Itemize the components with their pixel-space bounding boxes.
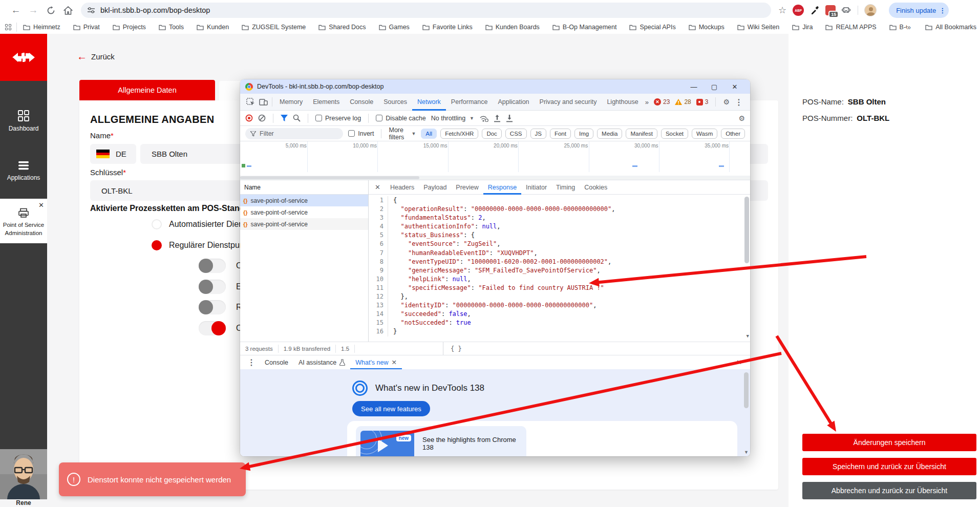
sidebar-item-dashboard[interactable]: Dashboard	[0, 104, 47, 137]
site-settings-icon[interactable]	[87, 7, 95, 14]
type-filter-socket[interactable]: Socket	[661, 129, 688, 139]
devtools-settings-icon[interactable]: ⚙	[723, 98, 730, 106]
detail-tab-preview[interactable]: Preview	[451, 180, 483, 195]
devtools-menu-icon[interactable]: ⋮	[735, 97, 743, 107]
back-link[interactable]: ← Zurück	[77, 51, 115, 62]
bookmark-folder[interactable]: Shared Docs	[318, 24, 366, 31]
inspect-element-icon[interactable]	[246, 98, 255, 106]
radio-option[interactable]: Regulärer Dienstpunkt	[152, 240, 250, 250]
detail-tab-cookies[interactable]: Cookies	[580, 180, 612, 195]
url-bar[interactable]: bkl-int.sbb.b-op.com/bop-desktop	[81, 3, 771, 18]
close-drawer-icon[interactable]: ✕	[736, 358, 746, 366]
request-row[interactable]: {}save-point-of-service	[240, 206, 368, 218]
type-filter-media[interactable]: Media	[597, 129, 622, 139]
detail-tab-headers[interactable]: Headers	[386, 180, 419, 195]
bookmark-folder[interactable]: Kunden Boards	[485, 24, 540, 31]
bookmark-folder[interactable]: Projects	[113, 24, 146, 31]
clear-network-log-icon[interactable]	[258, 114, 266, 122]
network-conditions-icon[interactable]	[479, 115, 488, 122]
devtools-tab-performance[interactable]: Performance	[446, 94, 493, 111]
detail-tab-initiator[interactable]: Initiator	[521, 180, 551, 195]
issues-count-badge[interactable]: 3	[696, 98, 709, 105]
devtools-tab-lighthouse[interactable]: Lighthouse	[602, 94, 643, 111]
apps-grid-icon[interactable]	[5, 24, 11, 30]
reload-icon[interactable]	[42, 3, 59, 18]
close-window-icon[interactable]: ✕	[725, 83, 745, 91]
radio-unchecked-icon[interactable]	[152, 219, 162, 229]
eyedropper-extension-icon[interactable]	[810, 6, 819, 15]
radio-checked-icon[interactable]	[152, 240, 162, 250]
network-settings-icon[interactable]: ⚙	[738, 114, 745, 122]
request-list-header[interactable]: Name	[240, 180, 368, 195]
action-button-1[interactable]: Änderungen speichern	[802, 434, 976, 451]
extension-icon-badge[interactable]: 15	[825, 5, 836, 15]
devtools-tab-network[interactable]: Network	[412, 94, 446, 111]
type-filter-js[interactable]: JS	[530, 129, 546, 139]
sidebar-item-pos-administration[interactable]: ✕ Point of Service Administration	[0, 199, 47, 243]
bookmark-folder[interactable]: B-Op Management	[552, 24, 617, 31]
bookmark-folder[interactable]: Mockups	[689, 24, 725, 31]
bookmark-star-icon[interactable]: ☆	[778, 5, 786, 16]
type-filter-img[interactable]: Img	[574, 129, 593, 139]
response-json[interactable]: ▼ 1{2 "operationResult": "00000000-0000-…	[369, 195, 750, 342]
back-icon[interactable]: ←	[7, 3, 25, 18]
highlights-card[interactable]: new See the highlights from Chrome 138	[347, 421, 737, 456]
detail-tab-response[interactable]: Response	[483, 180, 521, 195]
timeline-scrollbar[interactable]	[240, 176, 750, 180]
drawer-scrollbar[interactable]	[744, 372, 749, 408]
extensions-puzzle-icon[interactable]	[842, 6, 851, 15]
invert-checkbox[interactable]: Invert	[348, 130, 374, 137]
format-json-icon[interactable]: { }	[451, 345, 462, 352]
bookmark-folder[interactable]: Kunden	[197, 24, 229, 31]
devtools-tab-console[interactable]: Console	[345, 94, 378, 111]
import-har-icon[interactable]	[494, 114, 501, 122]
devtools-tab-privacy-and-security[interactable]: Privacy and security	[535, 94, 602, 111]
bookmark-folder[interactable]: REALM APPS	[825, 24, 876, 31]
type-filter-doc[interactable]: Doc	[482, 129, 501, 139]
request-row[interactable]: {}save-point-of-service	[240, 218, 368, 230]
filter-icon[interactable]	[281, 115, 288, 121]
drawer-scroll-down-icon[interactable]: ▼	[744, 450, 749, 455]
preserve-log-checkbox[interactable]: Preserve log	[315, 115, 361, 122]
scroll-down-icon[interactable]: ▼	[747, 332, 749, 341]
language-selector[interactable]: DE	[90, 144, 136, 164]
type-filter-font[interactable]: Font	[550, 129, 571, 139]
drawer-menu-icon[interactable]: ⋮	[244, 357, 259, 367]
bookmark-folder[interactable]: Heimnetz	[23, 24, 60, 31]
devtools-tab-application[interactable]: Application	[493, 94, 534, 111]
throttling-dropdown[interactable]: No throttling▼	[431, 115, 474, 122]
close-icon[interactable]: ✕	[38, 201, 44, 210]
forward-icon[interactable]: →	[25, 3, 42, 18]
error-count-badge[interactable]: ✕23	[654, 98, 670, 105]
drawer-tab-console[interactable]: Console	[260, 355, 293, 370]
warning-count-badge[interactable]: 28	[675, 98, 691, 105]
type-filter-all[interactable]: All	[421, 129, 437, 139]
home-icon[interactable]	[59, 3, 77, 18]
adblock-extension-icon[interactable]: ABP	[793, 5, 804, 16]
network-timeline[interactable]: 5,000 ms10,000 ms15,000 ms20,000 ms25,00…	[240, 141, 750, 180]
bookmark-folder[interactable]: Games	[379, 24, 410, 31]
user-photo[interactable]	[0, 449, 47, 499]
device-toolbar-icon[interactable]	[259, 98, 268, 106]
action-button-2[interactable]: Speichern und zurück zur Übersicht	[802, 458, 976, 475]
response-scrollbar[interactable]	[744, 197, 749, 263]
devtools-tab-elements[interactable]: Elements	[308, 94, 345, 111]
bookmark-folder[interactable]: Wiki Seiten	[737, 24, 780, 31]
type-filter-fetch-xhr[interactable]: Fetch/XHR	[440, 129, 478, 139]
more-filters-dropdown[interactable]: More filters▼	[389, 126, 416, 141]
toggle-switch[interactable]	[199, 280, 226, 294]
bookmark-folder[interactable]: Privat	[73, 24, 100, 31]
more-tabs-icon[interactable]: »	[645, 98, 649, 106]
browser-menu-icon[interactable]: ⋮	[939, 7, 946, 14]
bookmark-folder[interactable]: Jira	[792, 24, 813, 31]
toggle-switch[interactable]	[199, 300, 226, 314]
profile-avatar[interactable]	[864, 4, 877, 16]
network-filter-input[interactable]: Filter	[245, 128, 343, 139]
devtools-titlebar[interactable]: DevTools - bkl-int.sbb.b-op.com/bop-desk…	[240, 79, 750, 94]
tab-allgemeine-daten[interactable]: Allgemeine Daten	[79, 80, 215, 100]
toggle-switch[interactable]	[199, 259, 226, 273]
minimize-icon[interactable]: —	[684, 83, 704, 91]
close-detail-icon[interactable]: ✕	[372, 183, 384, 191]
drawer-tab-ai-assistance[interactable]: AI assistance	[293, 355, 350, 370]
see-all-features-button[interactable]: See all new features	[352, 401, 430, 416]
